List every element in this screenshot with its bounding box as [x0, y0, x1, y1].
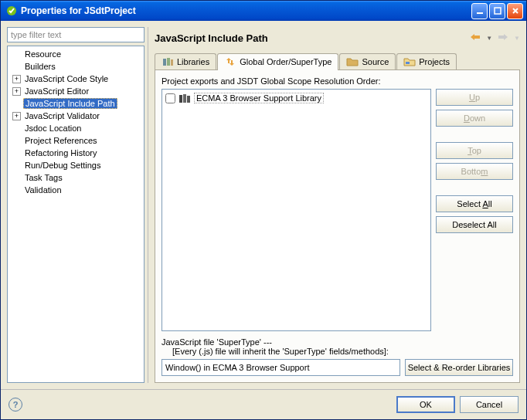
- tab-source[interactable]: Source: [339, 53, 396, 69]
- tree-item-label: Builders: [23, 62, 57, 71]
- tree-item[interactable]: Refactoring History: [9, 147, 142, 159]
- select-reorder-button[interactable]: Select & Re-order Libraries: [405, 359, 513, 376]
- tree-item-label: Resource: [23, 49, 63, 59]
- page-title: JavaScript Include Path: [155, 32, 268, 44]
- tree-item-label: JavaScript Code Style: [23, 74, 110, 83]
- item-label: ECMA 3 Browser Support Library: [194, 93, 324, 103]
- tree-item-label: Project References: [23, 136, 99, 145]
- top-button[interactable]: Top: [436, 142, 513, 159]
- tree-item-label: Refactoring History: [23, 148, 99, 158]
- nav-arrows: ▼ ▼: [469, 32, 520, 43]
- tree-item[interactable]: +JavaScript Editor: [9, 85, 142, 97]
- tree-item[interactable]: +JavaScript Validator: [9, 110, 142, 122]
- tree-item-label: Jsdoc Location: [23, 124, 83, 133]
- tree-item[interactable]: JavaScript Include Path: [9, 97, 142, 110]
- svg-rect-8: [183, 94, 186, 103]
- source-icon: [346, 56, 359, 67]
- up-button[interactable]: Up: [436, 89, 513, 106]
- tree-item[interactable]: Builders: [9, 60, 142, 73]
- window-title: Properties for JSdtProject: [21, 5, 471, 16]
- tab-label: Projects: [419, 57, 450, 66]
- bottom-button[interactable]: Bottom: [436, 163, 513, 180]
- titlebar: Properties for JSdtProject: [1, 1, 526, 21]
- svg-rect-9: [187, 96, 190, 103]
- order-list[interactable]: ECMA 3 Browser Support Library: [162, 89, 431, 331]
- library-icon: [178, 93, 191, 103]
- sidebar: ResourceBuilders+JavaScript Code Style+J…: [7, 27, 144, 383]
- app-icon: [5, 5, 18, 17]
- tree-item-label: Task Tags: [23, 173, 64, 182]
- expand-icon[interactable]: +: [12, 112, 21, 120]
- tree-item[interactable]: Task Tags: [9, 171, 142, 184]
- down-button[interactable]: Down: [436, 110, 513, 127]
- minimize-button[interactable]: [471, 3, 488, 19]
- svg-rect-1: [477, 12, 483, 14]
- tab-projects[interactable]: Projects: [396, 53, 457, 69]
- tree-item[interactable]: Project References: [9, 134, 142, 147]
- svg-rect-4: [167, 58, 170, 66]
- projects-icon: [403, 56, 416, 67]
- svg-rect-6: [406, 62, 410, 64]
- tab-libraries[interactable]: Libraries: [155, 53, 216, 69]
- svg-rect-2: [495, 8, 501, 14]
- back-dropdown-icon[interactable]: ▼: [486, 35, 492, 42]
- tab-bar: Libraries Global Order/SuperType Source …: [155, 53, 520, 70]
- supertype-label: JavaScript file 'SuperType' --- [Every (…: [162, 337, 513, 356]
- back-icon[interactable]: [469, 32, 481, 43]
- tree-item[interactable]: Resource: [9, 48, 142, 60]
- tab-global-order[interactable]: Global Order/SuperType: [217, 53, 338, 70]
- tab-content: Project exports and JSDT Global Scope Re…: [155, 70, 520, 383]
- help-icon[interactable]: ?: [8, 398, 22, 412]
- deselect-all-button[interactable]: Deselect All: [436, 216, 513, 233]
- item-checkbox[interactable]: [165, 93, 175, 103]
- libraries-icon: [162, 56, 174, 67]
- properties-dialog: Properties for JSdtProject ResourceBuild…: [0, 0, 527, 420]
- tree-item-label: Run/Debug Settings: [23, 161, 102, 170]
- maximize-button[interactable]: [489, 3, 505, 19]
- tab-label: Source: [362, 57, 389, 66]
- supertype-field: Window() in ECMA 3 Browser Support: [162, 359, 400, 376]
- forward-dropdown-icon[interactable]: ▼: [514, 35, 520, 42]
- order-icon: [224, 56, 236, 67]
- category-tree[interactable]: ResourceBuilders+JavaScript Code Style+J…: [7, 46, 144, 383]
- select-all-button[interactable]: Select All: [436, 195, 513, 212]
- tree-item[interactable]: Validation: [9, 184, 142, 196]
- tree-item[interactable]: Run/Debug Settings: [9, 159, 142, 171]
- tree-item[interactable]: +JavaScript Code Style: [9, 73, 142, 85]
- ok-button[interactable]: OK: [396, 396, 455, 413]
- tree-item-label: JavaScript Editor: [23, 86, 90, 96]
- filter-input[interactable]: [7, 27, 144, 42]
- forward-icon[interactable]: [497, 32, 509, 43]
- expand-icon[interactable]: +: [12, 87, 21, 96]
- footer: ? OK Cancel: [1, 389, 526, 419]
- order-label: Project exports and JSDT Global Scope Re…: [162, 76, 513, 86]
- svg-rect-3: [163, 59, 166, 66]
- svg-rect-7: [179, 95, 182, 103]
- tab-label: Libraries: [177, 57, 209, 66]
- list-item[interactable]: ECMA 3 Browser Support Library: [164, 91, 429, 105]
- tab-label: Global Order/SuperType: [240, 57, 332, 66]
- svg-rect-5: [171, 59, 173, 66]
- main-panel: JavaScript Include Path ▼ ▼ Libraries Gl…: [148, 27, 520, 383]
- tree-item-label: JavaScript Validator: [23, 111, 101, 120]
- tree-item-label: Validation: [23, 185, 63, 195]
- tree-item[interactable]: Jsdoc Location: [9, 122, 142, 134]
- close-button[interactable]: [507, 3, 523, 19]
- tree-item-label: JavaScript Include Path: [23, 98, 117, 109]
- cancel-button[interactable]: Cancel: [460, 396, 518, 413]
- expand-icon[interactable]: +: [12, 75, 21, 83]
